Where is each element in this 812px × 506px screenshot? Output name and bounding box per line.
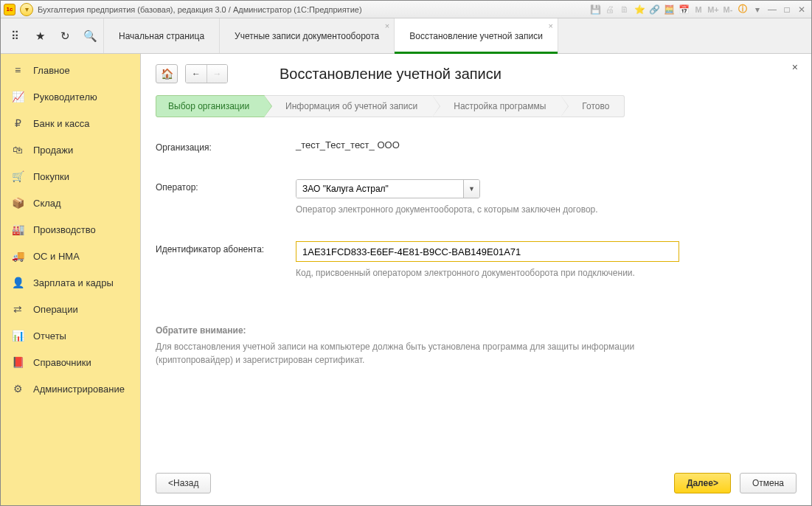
content-area: × 🏠 ← → Восстановление учетной записи Вы… bbox=[141, 54, 811, 506]
apps-icon[interactable]: ⠿ bbox=[7, 28, 23, 44]
memory-mplus-button[interactable]: M+ bbox=[707, 3, 720, 16]
ruble-icon: ₽ bbox=[11, 117, 24, 130]
truck-icon: 🚚 bbox=[11, 249, 24, 263]
sidebar-item-label: Производство bbox=[33, 224, 96, 235]
chevron-down-icon: ▼ bbox=[468, 185, 475, 193]
sidebar-item-directories[interactable]: 📕Справочники bbox=[1, 349, 140, 375]
back-button[interactable]: <Назад bbox=[156, 473, 211, 493]
wizard-footer: <Назад Далее> Отмена bbox=[156, 467, 797, 496]
sidebar-item-label: ОС и НМА bbox=[33, 251, 80, 262]
organization-value: _тест_Тест_тест_ ООО bbox=[296, 139, 687, 150]
maximize-button[interactable]: □ bbox=[780, 3, 794, 16]
content-close-button[interactable]: × bbox=[792, 61, 798, 73]
page-title: Восстановление учетной записи bbox=[280, 66, 502, 83]
bag-icon: 🛍 bbox=[11, 143, 24, 156]
minimize-button[interactable]: — bbox=[766, 3, 779, 16]
sidebar-item-label: Зарплата и кадры bbox=[33, 277, 114, 288]
sidebar-item-label: Банк и касса bbox=[33, 118, 90, 129]
link-icon[interactable]: 🔗 bbox=[648, 3, 661, 16]
window-titlebar: 1с ▾ Бухгалтерия предприятия (базовая), … bbox=[1, 1, 811, 18]
operator-hint: Оператор электронного документооборота, … bbox=[296, 204, 687, 215]
sidebar-item-production[interactable]: 🏭Производство bbox=[1, 216, 140, 243]
memory-m-button[interactable]: M bbox=[692, 3, 705, 16]
tab-label: Начальная страница bbox=[119, 31, 204, 41]
close-window-button[interactable]: ✕ bbox=[795, 3, 808, 16]
memory-mminus-button[interactable]: M- bbox=[721, 3, 735, 16]
gear-icon: ⚙ bbox=[11, 382, 24, 395]
chart-icon: 📈 bbox=[11, 90, 24, 103]
close-icon[interactable]: × bbox=[548, 21, 552, 30]
tab-label: Восстановление учетной записи bbox=[409, 31, 543, 41]
sidebar-item-warehouse[interactable]: 📦Склад bbox=[1, 190, 140, 216]
cancel-button[interactable]: Отмена bbox=[740, 473, 797, 493]
star-icon[interactable]: ★ bbox=[32, 28, 48, 44]
cart-icon: 🛒 bbox=[11, 170, 24, 183]
organization-label: Организация: bbox=[156, 139, 296, 153]
calculator-icon[interactable]: 🧮 bbox=[662, 3, 676, 16]
sidebar-item-label: Отчеты bbox=[33, 330, 66, 342]
search-icon[interactable]: 🔍 bbox=[82, 28, 98, 44]
nav-sidebar: ≡Главное 📈Руководителю ₽Банк и касса 🛍Пр… bbox=[1, 54, 141, 506]
book-icon: 📕 bbox=[11, 356, 24, 369]
history-icon[interactable]: ↻ bbox=[57, 28, 73, 44]
sidebar-item-label: Продажи bbox=[33, 145, 73, 156]
sidebar-item-admin[interactable]: ⚙Администрирование bbox=[1, 375, 140, 402]
sidebar-item-assets[interactable]: 🚚ОС и НМА bbox=[1, 243, 140, 269]
sidebar-item-label: Главное bbox=[33, 65, 70, 76]
person-icon: 👤 bbox=[11, 276, 24, 289]
wizard-step-org[interactable]: Выбор организации bbox=[156, 95, 265, 117]
box-icon: 📦 bbox=[11, 196, 24, 209]
operator-label: Оператор: bbox=[156, 179, 296, 193]
subscriber-id-input[interactable] bbox=[296, 241, 679, 262]
sidebar-item-label: Администрирование bbox=[33, 384, 125, 395]
list-icon: ≡ bbox=[11, 63, 24, 77]
sidebar-item-label: Операции bbox=[33, 304, 78, 315]
sidebar-item-hr[interactable]: 👤Зарплата и кадры bbox=[1, 269, 140, 296]
info-icon[interactable]: ⓘ bbox=[736, 3, 749, 16]
home-button[interactable]: 🏠 bbox=[156, 64, 178, 83]
info-dropdown-icon[interactable]: ▾ bbox=[751, 3, 764, 16]
next-button[interactable]: Далее> bbox=[674, 473, 731, 493]
sidebar-item-label: Руководителю bbox=[33, 91, 97, 103]
app-logo-icon: 1с bbox=[4, 4, 15, 15]
forward-button: → bbox=[207, 65, 227, 83]
nav-back-forward: ← → bbox=[185, 64, 228, 83]
note-title: Обратите внимание: bbox=[156, 325, 797, 336]
window-title: Бухгалтерия предприятия (базовая), редак… bbox=[38, 5, 362, 14]
sidebar-item-manager[interactable]: 📈Руководителю bbox=[1, 83, 140, 110]
tab-start-page[interactable]: Начальная страница bbox=[103, 18, 220, 53]
wizard-step-info[interactable]: Информация об учетной записи bbox=[265, 95, 433, 117]
sidebar-item-label: Склад bbox=[33, 198, 61, 209]
subscriber-id-hint: Код, присвоенный оператором электронного… bbox=[296, 268, 687, 278]
note-text: Для восстановления учетной записи на ком… bbox=[156, 340, 687, 367]
favorite-icon[interactable]: ⭐ bbox=[633, 3, 646, 16]
sidebar-item-main[interactable]: ≡Главное bbox=[1, 57, 140, 83]
main-tabstrip: ⠿ ★ ↻ 🔍 Начальная страница Учетные запис… bbox=[1, 18, 811, 54]
sidebar-item-label: Покупки bbox=[33, 171, 69, 182]
print-icon[interactable]: 🖨 bbox=[603, 3, 617, 16]
operator-select[interactable]: ▼ bbox=[296, 179, 480, 198]
preview-icon[interactable]: 🗎 bbox=[618, 3, 631, 16]
factory-icon: 🏭 bbox=[11, 223, 24, 236]
back-button[interactable]: ← bbox=[186, 65, 207, 83]
calendar-icon[interactable]: 📅 bbox=[677, 3, 690, 16]
close-icon[interactable]: × bbox=[385, 21, 389, 30]
dropdown-button[interactable]: ▼ bbox=[463, 180, 479, 198]
wizard-step-done[interactable]: Готово bbox=[561, 95, 625, 117]
save-icon[interactable]: 💾 bbox=[589, 3, 602, 16]
bars-icon: 📊 bbox=[11, 329, 24, 342]
tab-doc-accounts[interactable]: Учетные записи документооборота × bbox=[219, 18, 395, 53]
wizard-step-setup[interactable]: Настройка программы bbox=[433, 95, 561, 117]
sidebar-item-reports[interactable]: 📊Отчеты bbox=[1, 322, 140, 349]
operator-input[interactable] bbox=[296, 180, 463, 198]
subscriber-id-label: Идентификатор абонента: bbox=[156, 241, 296, 254]
sidebar-item-operations[interactable]: ⇄Операции bbox=[1, 296, 140, 322]
sidebar-item-label: Справочники bbox=[33, 357, 91, 368]
wizard-steps: Выбор организации Информация об учетной … bbox=[156, 95, 797, 117]
sidebar-item-bank[interactable]: ₽Банк и касса bbox=[1, 110, 140, 136]
sidebar-item-sales[interactable]: 🛍Продажи bbox=[1, 136, 140, 163]
transfer-icon: ⇄ bbox=[11, 302, 24, 316]
dropdown-circle-icon[interactable]: ▾ bbox=[20, 3, 33, 16]
tab-account-recovery[interactable]: Восстановление учетной записи × bbox=[394, 18, 558, 53]
sidebar-item-purchases[interactable]: 🛒Покупки bbox=[1, 163, 140, 190]
